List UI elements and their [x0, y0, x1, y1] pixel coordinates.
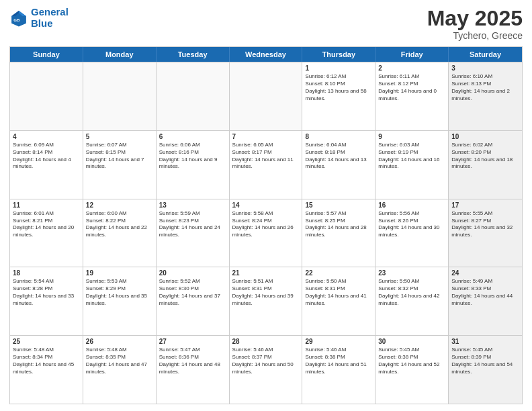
day-number: 6 — [159, 133, 226, 140]
empty-cell — [10, 62, 83, 130]
empty-cell — [83, 62, 157, 130]
day-number: 2 — [378, 64, 445, 72]
day-cell-9: 9Sunrise: 6:03 AM Sunset: 8:19 PM Daylig… — [375, 131, 449, 199]
day-info: Sunrise: 5:45 AM Sunset: 8:38 PM Dayligh… — [378, 347, 445, 375]
day-info: Sunrise: 6:12 AM Sunset: 8:10 PM Dayligh… — [305, 73, 372, 102]
day-info: Sunrise: 5:58 AM Sunset: 8:24 PM Dayligh… — [232, 210, 300, 239]
day-cell-5: 5Sunrise: 6:07 AM Sunset: 8:15 PM Daylig… — [83, 131, 157, 199]
day-info: Sunrise: 5:52 AM Sunset: 8:30 PM Dayligh… — [159, 278, 226, 307]
day-cell-28: 28Sunrise: 5:46 AM Sunset: 8:37 PM Dayli… — [230, 336, 303, 404]
day-info: Sunrise: 5:54 AM Sunset: 8:28 PM Dayligh… — [13, 278, 80, 307]
calendar-row-3: 11Sunrise: 6:01 AM Sunset: 8:21 PM Dayli… — [10, 199, 522, 267]
day-number: 4 — [13, 133, 80, 140]
day-cell-29: 29Sunrise: 5:46 AM Sunset: 8:38 PM Dayli… — [302, 336, 375, 404]
day-number: 1 — [305, 64, 372, 72]
calendar: SundayMondayTuesdayWednesdayThursdayFrid… — [9, 46, 523, 404]
day-cell-27: 27Sunrise: 5:47 AM Sunset: 8:36 PM Dayli… — [157, 336, 230, 404]
day-cell-25: 25Sunrise: 5:48 AM Sunset: 8:34 PM Dayli… — [10, 336, 83, 404]
calendar-body: 1Sunrise: 6:12 AM Sunset: 8:10 PM Daylig… — [10, 62, 522, 404]
header: GB General Blue May 2025 Tychero, Greece — [9, 7, 523, 41]
day-number: 18 — [13, 269, 80, 277]
day-number: 28 — [232, 338, 300, 345]
day-cell-15: 15Sunrise: 5:57 AM Sunset: 8:25 PM Dayli… — [302, 199, 375, 267]
day-info: Sunrise: 5:50 AM Sunset: 8:31 PM Dayligh… — [305, 278, 372, 307]
calendar-header: SundayMondayTuesdayWednesdayThursdayFrid… — [10, 47, 522, 62]
day-info: Sunrise: 6:10 AM Sunset: 8:13 PM Dayligh… — [451, 73, 519, 102]
day-number: 22 — [305, 269, 372, 277]
day-number: 14 — [232, 201, 300, 209]
calendar-row-2: 4Sunrise: 6:09 AM Sunset: 8:14 PM Daylig… — [10, 130, 522, 199]
day-info: Sunrise: 5:50 AM Sunset: 8:32 PM Dayligh… — [378, 278, 445, 307]
day-info: Sunrise: 5:46 AM Sunset: 8:37 PM Dayligh… — [232, 347, 300, 375]
day-number: 31 — [451, 338, 519, 345]
day-info: Sunrise: 5:53 AM Sunset: 8:29 PM Dayligh… — [86, 278, 153, 307]
day-info: Sunrise: 6:11 AM Sunset: 8:12 PM Dayligh… — [378, 73, 445, 102]
day-number: 15 — [305, 201, 372, 209]
day-info: Sunrise: 6:03 AM Sunset: 8:19 PM Dayligh… — [378, 142, 445, 171]
day-number: 10 — [451, 133, 519, 140]
day-number: 25 — [13, 338, 80, 345]
day-info: Sunrise: 5:59 AM Sunset: 8:23 PM Dayligh… — [159, 210, 226, 239]
day-info: Sunrise: 5:55 AM Sunset: 8:27 PM Dayligh… — [451, 210, 519, 239]
day-number: 12 — [86, 201, 153, 209]
day-cell-14: 14Sunrise: 5:58 AM Sunset: 8:24 PM Dayli… — [230, 199, 303, 267]
day-number: 9 — [378, 133, 445, 140]
weekday-header-friday: Friday — [375, 47, 449, 62]
day-cell-3: 3Sunrise: 6:10 AM Sunset: 8:13 PM Daylig… — [449, 62, 522, 130]
day-cell-11: 11Sunrise: 6:01 AM Sunset: 8:21 PM Dayli… — [10, 199, 83, 267]
weekday-header-wednesday: Wednesday — [230, 47, 303, 62]
day-info: Sunrise: 5:47 AM Sunset: 8:36 PM Dayligh… — [159, 347, 226, 375]
day-info: Sunrise: 6:01 AM Sunset: 8:21 PM Dayligh… — [13, 210, 80, 239]
day-info: Sunrise: 5:48 AM Sunset: 8:35 PM Dayligh… — [86, 347, 153, 375]
day-number: 21 — [232, 269, 300, 277]
day-cell-12: 12Sunrise: 6:00 AM Sunset: 8:22 PM Dayli… — [83, 199, 157, 267]
day-number: 8 — [305, 133, 372, 140]
day-number: 7 — [232, 133, 300, 140]
weekday-header-sunday: Sunday — [10, 47, 83, 62]
day-cell-30: 30Sunrise: 5:45 AM Sunset: 8:38 PM Dayli… — [375, 336, 449, 404]
day-number: 13 — [159, 201, 226, 209]
day-cell-6: 6Sunrise: 6:06 AM Sunset: 8:16 PM Daylig… — [157, 131, 230, 199]
day-cell-31: 31Sunrise: 5:45 AM Sunset: 8:39 PM Dayli… — [449, 336, 522, 404]
day-info: Sunrise: 6:00 AM Sunset: 8:22 PM Dayligh… — [86, 210, 153, 239]
day-info: Sunrise: 6:09 AM Sunset: 8:14 PM Dayligh… — [13, 142, 80, 171]
month-title: May 2025 — [427, 7, 523, 30]
day-cell-16: 16Sunrise: 5:56 AM Sunset: 8:26 PM Dayli… — [375, 199, 449, 267]
day-info: Sunrise: 6:06 AM Sunset: 8:16 PM Dayligh… — [159, 142, 226, 171]
day-number: 27 — [159, 338, 226, 345]
day-number: 11 — [13, 201, 80, 209]
page: GB General Blue May 2025 Tychero, Greece… — [0, 0, 532, 411]
day-cell-4: 4Sunrise: 6:09 AM Sunset: 8:14 PM Daylig… — [10, 131, 83, 199]
weekday-header-thursday: Thursday — [302, 47, 375, 62]
weekday-header-saturday: Saturday — [449, 47, 522, 62]
day-cell-2: 2Sunrise: 6:11 AM Sunset: 8:12 PM Daylig… — [375, 62, 449, 130]
logo-text: General Blue — [31, 7, 69, 29]
day-info: Sunrise: 5:56 AM Sunset: 8:26 PM Dayligh… — [378, 210, 445, 239]
calendar-row-5: 25Sunrise: 5:48 AM Sunset: 8:34 PM Dayli… — [10, 335, 522, 404]
empty-cell — [157, 62, 230, 130]
day-cell-19: 19Sunrise: 5:53 AM Sunset: 8:29 PM Dayli… — [83, 267, 157, 335]
day-cell-21: 21Sunrise: 5:51 AM Sunset: 8:31 PM Dayli… — [230, 267, 303, 335]
weekday-header-monday: Monday — [83, 47, 157, 62]
title-block: May 2025 Tychero, Greece — [427, 7, 523, 41]
day-info: Sunrise: 6:02 AM Sunset: 8:20 PM Dayligh… — [451, 142, 519, 171]
day-info: Sunrise: 5:49 AM Sunset: 8:33 PM Dayligh… — [451, 278, 519, 307]
day-cell-10: 10Sunrise: 6:02 AM Sunset: 8:20 PM Dayli… — [449, 131, 522, 199]
day-info: Sunrise: 6:07 AM Sunset: 8:15 PM Dayligh… — [86, 142, 153, 171]
day-number: 17 — [451, 201, 519, 209]
day-cell-26: 26Sunrise: 5:48 AM Sunset: 8:35 PM Dayli… — [83, 336, 157, 404]
svg-text:GB: GB — [13, 17, 20, 21]
day-cell-22: 22Sunrise: 5:50 AM Sunset: 8:31 PM Dayli… — [302, 267, 375, 335]
day-info: Sunrise: 5:46 AM Sunset: 8:38 PM Dayligh… — [305, 347, 372, 375]
day-cell-18: 18Sunrise: 5:54 AM Sunset: 8:28 PM Dayli… — [10, 267, 83, 335]
day-cell-17: 17Sunrise: 5:55 AM Sunset: 8:27 PM Dayli… — [449, 199, 522, 267]
day-cell-13: 13Sunrise: 5:59 AM Sunset: 8:23 PM Dayli… — [157, 199, 230, 267]
day-number: 23 — [378, 269, 445, 277]
day-info: Sunrise: 6:05 AM Sunset: 8:17 PM Dayligh… — [232, 142, 300, 171]
day-number: 26 — [86, 338, 153, 345]
day-cell-20: 20Sunrise: 5:52 AM Sunset: 8:30 PM Dayli… — [157, 267, 230, 335]
day-number: 19 — [86, 269, 153, 277]
logo-icon: GB — [9, 9, 28, 28]
day-number: 20 — [159, 269, 226, 277]
day-number: 29 — [305, 338, 372, 345]
